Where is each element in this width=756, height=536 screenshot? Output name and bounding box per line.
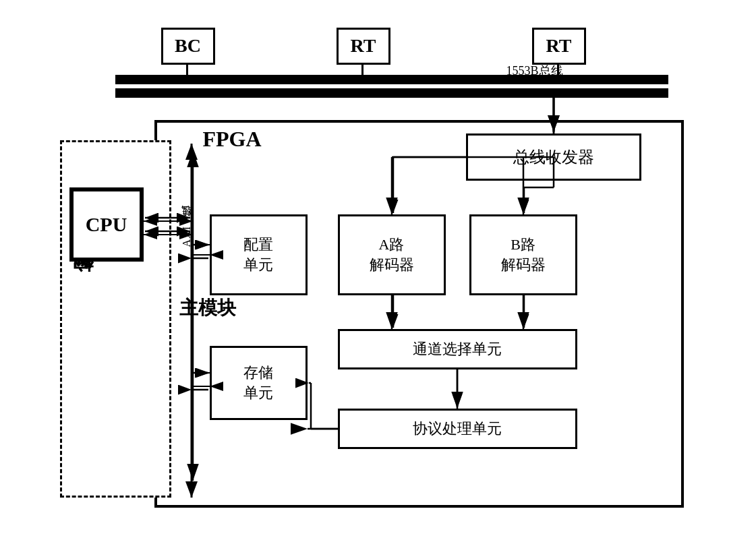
cpu-box: CPU [69,187,144,262]
rt1-label: RT [351,35,376,57]
decoder-a-box: A路解码器 [338,214,446,295]
bc-label: BC [175,35,201,57]
channel-box: 通道选择单元 [338,329,577,369]
protocol-box: 协议处理单元 [338,409,577,449]
rt2-label: RT [546,35,572,57]
channel-label: 通道选择单元 [413,339,502,359]
fpga-label: FPGA [203,127,262,152]
bc-box: BC [161,28,215,65]
decoder-a-label: A路解码器 [370,235,414,275]
bus-label: 1553B总线 [506,63,563,79]
cpu-label: CPU [86,213,127,236]
rt2-box: RT [532,28,586,65]
rt1-connector [361,65,364,77]
rt1-box: RT [337,28,390,65]
config-box: 配置单元 [210,214,308,295]
transceiver-box: 总线收发器 [466,133,641,181]
config-label: 配置单元 [243,235,273,275]
bus-line-bottom [115,88,668,98]
bus-line-top [115,75,668,84]
decoder-b-label: B路解码器 [501,235,546,275]
protocol-label: 协议处理单元 [413,419,502,439]
diagram: BC RT RT 1553B总线 FPGA 控制模块 CPU 总线收发器 [48,16,709,521]
bc-connector [186,65,188,77]
diagram-container: BC RT RT 1553B总线 FPGA 控制模块 CPU 总线收发器 [0,0,756,536]
main-module-label: 主模块 [179,295,236,321]
axi-label: AXI总线 [180,225,194,247]
control-label: 控制模块 [69,278,97,289]
storage-box: 存储单元 [210,346,308,420]
storage-label: 存储单元 [243,363,273,403]
transceiver-label: 总线收发器 [513,146,594,168]
decoder-b-box: B路解码器 [469,214,577,295]
